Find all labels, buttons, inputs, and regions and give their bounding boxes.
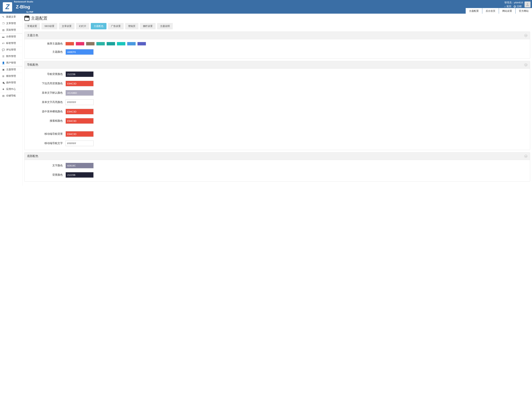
panel-header[interactable]: 底部配色 [24, 153, 530, 160]
color-swatch[interactable] [96, 42, 105, 45]
sidebar: ✎新建文章❐文章管理▤页面管理▬分类管理🏷标签管理💬评论管理☰附件管理👤用户管理… [0, 14, 22, 186]
panel-main-color: 主题主色 推荐主题颜色 主题颜色 [24, 32, 530, 59]
sidebar-item-label: 文章管理 [6, 22, 16, 25]
color-input[interactable] [66, 118, 94, 124]
avatar[interactable] [524, 1, 531, 8]
sidebar-item[interactable]: ▤右键导航 [0, 93, 22, 99]
sidebar-item[interactable]: 👤用户管理 [0, 60, 22, 66]
admin-username: 管理员：yibin616 [504, 1, 523, 4]
logo-php: for PHP [14, 11, 33, 13]
page-title: 主题配置 [31, 16, 48, 21]
sidebar-item[interactable]: ❖应用中心 [0, 86, 22, 93]
top-tab[interactable]: 网站设置 [499, 8, 515, 14]
panel-nav-color: 导航配色 导航背景颜色下拉高亮背景颜色菜单文字默认颜色菜单文字高亮颜色选中菜单横… [24, 61, 530, 150]
panel-footer-color: 底部配色 文字颜色背景颜色 [24, 152, 530, 182]
window-icon [24, 16, 29, 21]
menu-icon: 🏷 [2, 42, 5, 45]
field-label: 搜索框颜色 [28, 119, 66, 123]
sidebar-item-label: 插件管理 [6, 81, 16, 84]
panel-title: 底部配色 [27, 154, 38, 158]
field-label: 移动端导航背景 [28, 132, 66, 136]
theme-color-input[interactable] [66, 49, 94, 55]
panel-title: 导航配色 [27, 63, 38, 67]
chevron-down-icon[interactable] [524, 155, 527, 158]
chevron-down-icon[interactable] [524, 34, 527, 37]
sub-tab[interactable]: 幻灯片 [76, 23, 89, 29]
color-input[interactable] [66, 163, 94, 168]
top-tab[interactable]: 主题配置 [466, 8, 482, 14]
field-label: 背景颜色 [28, 173, 66, 177]
sub-tab[interactable]: 主题配色 [91, 23, 106, 29]
top-tab[interactable]: 官方网站 [516, 8, 532, 14]
sidebar-item[interactable]: ✎新建文章 [0, 14, 22, 20]
color-input[interactable] [66, 90, 94, 96]
logout-link[interactable]: ⏻ 注销 [513, 5, 522, 8]
sidebar-item[interactable]: 🏷标签管理 [0, 40, 22, 47]
color-input[interactable] [66, 81, 94, 86]
color-swatch[interactable] [76, 42, 84, 45]
sub-tab[interactable]: 文章设置 [59, 23, 75, 29]
menu-icon: ❐ [2, 22, 5, 25]
menu-icon: ☰ [2, 55, 5, 58]
sub-tab[interactable]: 登陆页 [125, 23, 138, 29]
sidebar-item-label: 附件管理 [6, 55, 16, 58]
color-input[interactable] [66, 141, 94, 146]
panel-header[interactable]: 导航配色 [24, 61, 530, 68]
theme-color-label: 主题颜色 [28, 50, 66, 54]
color-swatch[interactable] [66, 42, 74, 45]
logo-subtitle: Rainbowsoft Studio [14, 1, 33, 3]
power-icon: ⏻ [513, 5, 516, 8]
sidebar-item[interactable]: ☰附件管理 [0, 53, 22, 60]
color-input[interactable] [66, 109, 94, 114]
color-input[interactable] [66, 131, 94, 137]
field-label: 菜单文字高亮颜色 [28, 101, 66, 104]
menu-icon: 💬 [2, 48, 5, 51]
sidebar-item-label: 新建文章 [6, 15, 16, 19]
field-label: 移动端导航文字 [28, 142, 66, 145]
color-swatch[interactable] [127, 42, 136, 45]
sidebar-item[interactable]: 🔌插件管理 [0, 79, 22, 86]
color-swatch[interactable] [137, 42, 146, 45]
sub-tab[interactable]: 主题说明 [157, 23, 173, 29]
color-swatch[interactable] [107, 42, 115, 45]
sub-tab[interactable]: 侧栏设置 [140, 23, 156, 29]
top-tabs: 主题配置后台首页网站设置官方网站 [466, 8, 532, 14]
field-label: 选中菜单横线颜色 [28, 110, 66, 113]
sidebar-item[interactable]: ▣主题管理 [0, 66, 22, 73]
sub-tab[interactable]: SEO设置 [41, 23, 57, 29]
menu-icon: ⊞ [2, 75, 5, 77]
field-label: 文字颜色 [28, 164, 66, 167]
panel-header[interactable]: 主题主色 [24, 32, 530, 39]
chevron-down-icon[interactable] [524, 63, 527, 66]
field-label: 菜单文字默认颜色 [28, 91, 66, 95]
color-swatch[interactable] [86, 42, 95, 45]
menu-icon: ▬ [2, 35, 5, 38]
sub-tab[interactable]: 常规设置 [24, 23, 40, 29]
menu-icon: ▤ [2, 29, 5, 31]
menu-icon: 👤 [2, 61, 5, 64]
logo-title: Z-Blog [14, 3, 33, 11]
field-label: 导航背景颜色 [28, 73, 66, 76]
sidebar-item[interactable]: ❐文章管理 [0, 20, 22, 27]
top-header: Z Rainbowsoft Studio Z-Blog for PHP 管理员：… [0, 0, 532, 14]
svg-point-0 [527, 3, 528, 4]
sidebar-item-label: 用户管理 [6, 61, 16, 65]
sidebar-item-label: 分类管理 [6, 35, 16, 38]
field-label: 下拉高亮背景颜色 [28, 82, 66, 85]
color-swatch[interactable] [117, 42, 125, 45]
sidebar-item-label: 右键导航 [6, 94, 16, 97]
sidebar-item[interactable]: ⊞模块管理 [0, 73, 22, 79]
sub-tab[interactable]: 广告设置 [108, 23, 124, 29]
color-input[interactable] [66, 99, 94, 105]
top-tab[interactable]: 后台首页 [482, 8, 499, 14]
menu-icon: ▣ [2, 68, 5, 71]
color-input[interactable] [66, 172, 94, 178]
sidebar-item[interactable]: ▤页面管理 [0, 27, 22, 33]
sidebar-item[interactable]: ▬分类管理 [0, 33, 22, 40]
color-input[interactable] [66, 71, 94, 77]
back-link[interactable]: ⌂ 返回 [504, 5, 512, 8]
swatch-row [66, 42, 146, 45]
recommended-label: 推荐主题颜色 [28, 42, 66, 45]
logo[interactable]: Z Rainbowsoft Studio Z-Blog for PHP [0, 0, 33, 14]
sidebar-item[interactable]: 💬评论管理 [0, 47, 22, 53]
